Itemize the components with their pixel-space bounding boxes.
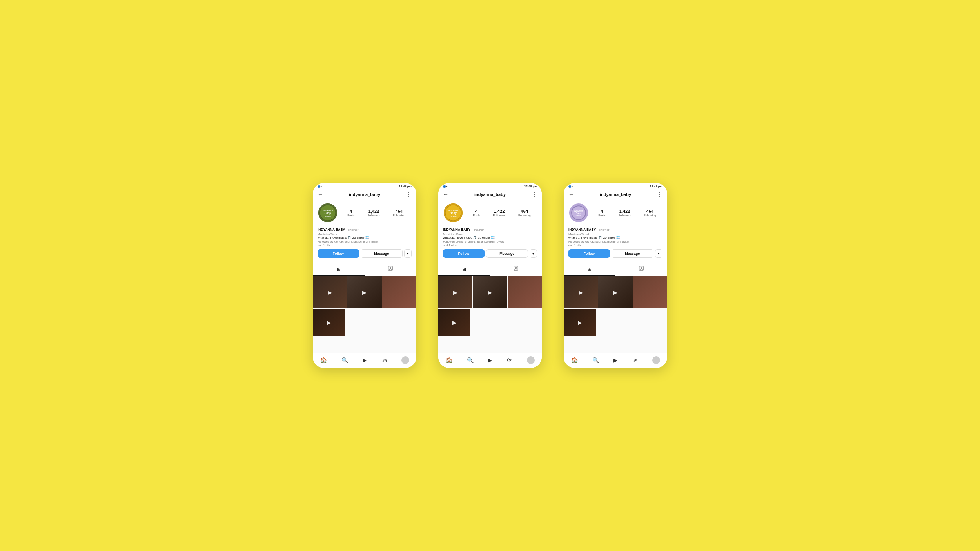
status-bar-2: 🔵✴ 12:48 pm	[438, 183, 542, 189]
status-icons-left: 🔵✴	[318, 185, 322, 188]
dropdown-button-3[interactable]: ▾	[655, 249, 662, 258]
grid-cell-3-1-2[interactable]: ▶	[598, 276, 632, 308]
stat-following-3[interactable]: 464 Following	[644, 209, 656, 217]
dropdown-button-2[interactable]: ▾	[530, 249, 537, 258]
stat-posts-3[interactable]: 4 Posts	[598, 209, 606, 217]
phone-1: 🔵✴ 12:48 pm ← indyanna_baby ⋮ INDYANNA B…	[313, 183, 416, 368]
grid-icon-2: ⊞	[462, 266, 466, 272]
follow-button-3[interactable]: Follow	[568, 249, 610, 258]
more-button-1[interactable]: ⋮	[406, 191, 412, 198]
play-icon-3-1-2: ▶	[613, 289, 617, 295]
bio-name-2: INDYANNA BABY	[443, 228, 470, 232]
nav-home-2[interactable]: 🏠	[443, 356, 456, 364]
followers-label-3: Followers	[618, 214, 631, 217]
nav-shop-1[interactable]: 🛍	[378, 356, 390, 364]
tab-tagged-3[interactable]	[615, 263, 667, 276]
follow-button-2[interactable]: Follow	[443, 249, 485, 258]
message-button-3[interactable]: Message	[612, 249, 654, 258]
grid-1: ▶ ▶ ▶	[313, 276, 416, 353]
bio-category-3: Musician/Band	[568, 232, 662, 236]
nav-reels-1[interactable]: ▶	[359, 356, 370, 364]
bio-followed-2: Followed by kat_orchard, justanothergirl…	[443, 240, 537, 247]
nav-home-1[interactable]: 🏠	[317, 356, 330, 364]
grid-cell-1-2[interactable]: ▶	[347, 276, 381, 308]
following-label-1: Following	[393, 214, 405, 217]
stat-followers-3[interactable]: 1,422 Followers	[618, 209, 631, 217]
bio-name-1: INDYANNA BABY	[318, 228, 345, 232]
stat-following-2[interactable]: 464 Following	[518, 209, 531, 217]
stat-followers-1[interactable]: 1,422 Followers	[367, 209, 380, 217]
nav-shop-3[interactable]: 🛍	[629, 356, 641, 364]
nav-profile-1[interactable]	[398, 355, 412, 365]
nav-reels-2[interactable]: ▶	[485, 356, 495, 364]
svg-text:VINTAGE: VINTAGE	[450, 215, 457, 217]
tabs-3: ⊞	[564, 263, 667, 276]
grid-cell-1-1[interactable]: ▶	[313, 276, 347, 308]
profile-header-1: INDYANNA Baby VINTAGE 4 Posts 1,422 Foll…	[318, 203, 412, 223]
following-count-2: 464	[521, 209, 528, 214]
phones-container: 🔵✴ 12:48 pm ← indyanna_baby ⋮ INDYANNA B…	[313, 183, 667, 368]
stat-following-1[interactable]: 464 Following	[393, 209, 405, 217]
grid-cell-3-1-1[interactable]: ▶	[564, 276, 598, 308]
message-button-1[interactable]: Message	[361, 249, 403, 258]
avatar-image-1: INDYANNA Baby VINTAGE	[318, 203, 337, 222]
bio-name-3: INDYANNA BABY	[568, 228, 596, 232]
back-button-1[interactable]: ←	[318, 191, 323, 198]
followers-count-1: 1,422	[368, 209, 379, 214]
svg-point-6	[390, 267, 391, 269]
grid-cell-2-2-1[interactable]: ▶	[438, 309, 470, 336]
bio-text-2: what up, i love music 🎵 25 enbie 🏳️‍⚧️	[443, 236, 537, 240]
nav-shop-2[interactable]: 🛍	[504, 356, 515, 364]
grid-cell-2-1[interactable]: ▶	[313, 309, 345, 336]
more-button-2[interactable]: ⋮	[532, 191, 537, 198]
back-button-3[interactable]: ←	[568, 191, 574, 198]
grid-cell-3-2-1[interactable]: ▶	[564, 309, 596, 336]
grid-3: ▶ ▶ ▶	[564, 276, 667, 353]
profile-section-3: INDYANNA Baby VINTAGE 4 Posts 1,422 Foll…	[564, 199, 667, 263]
status-bar-3: 🔵✴ 12:48 pm	[564, 183, 667, 189]
follow-button-1[interactable]: Follow	[318, 249, 359, 258]
stat-posts-2[interactable]: 4 Posts	[473, 209, 480, 217]
nav-search-3[interactable]: 🔍	[589, 356, 602, 364]
more-button-3[interactable]: ⋮	[657, 191, 662, 198]
stat-followers-2[interactable]: 1,422 Followers	[493, 209, 505, 217]
nav-home-3[interactable]: 🏠	[568, 356, 581, 364]
tab-tagged-2[interactable]	[490, 263, 542, 276]
message-button-2[interactable]: Message	[486, 249, 528, 258]
phone-2: 🔵✴ 12:48 pm ← indyanna_baby ⋮ INDYANNA B…	[438, 183, 542, 368]
bio-section-3: INDYANNA BABY she/her Musician/Band what…	[568, 225, 662, 247]
tab-tagged-1[interactable]	[365, 263, 416, 276]
avatar-2: INDYANNA Baby VINTAGE	[443, 203, 463, 223]
back-button-2[interactable]: ←	[443, 191, 448, 198]
following-label-2: Following	[518, 214, 531, 217]
status-bar-1: 🔵✴ 12:48 pm	[313, 183, 416, 189]
bio-text-1: what up, i love music 🎵 25 enbie 🏳️‍⚧️	[318, 236, 412, 240]
tab-grid-1[interactable]: ⊞	[313, 263, 365, 276]
play-icon-2-1-2: ▶	[488, 289, 492, 295]
bio-section-1: INDYANNA BABY she/her Musician/Band what…	[318, 225, 412, 247]
stat-posts-1[interactable]: 4 Posts	[347, 209, 355, 217]
nav-bar-1: ← indyanna_baby ⋮	[313, 189, 416, 199]
grid-cell-2-1-2[interactable]: ▶	[473, 276, 507, 308]
nav-profile-3[interactable]	[649, 355, 663, 365]
play-icon-1-1: ▶	[328, 289, 332, 295]
bottom-nav-1: 🏠 🔍 ▶ 🛍	[313, 353, 416, 368]
grid-cell-2-1-1[interactable]: ▶	[438, 276, 472, 308]
posts-label-3: Posts	[598, 214, 606, 217]
grid-cell-2-1-3[interactable]	[508, 276, 542, 308]
bio-followed-3: Followed by kat_orchard, justanothergirl…	[568, 240, 662, 247]
nav-search-2[interactable]: 🔍	[464, 356, 477, 364]
tab-grid-3[interactable]: ⊞	[564, 263, 615, 276]
play-icon-2-2-1: ▶	[452, 319, 457, 326]
avatar-image-2: INDYANNA Baby VINTAGE	[444, 203, 463, 222]
nav-profile-2[interactable]	[524, 355, 538, 365]
posts-count-2: 4	[475, 209, 478, 214]
stats-2: 4 Posts 1,422 Followers 464 Following	[466, 209, 537, 217]
grid-cell-1-3[interactable]	[382, 276, 416, 308]
nav-reels-3[interactable]: ▶	[610, 356, 621, 364]
posts-count-1: 4	[350, 209, 352, 214]
nav-search-1[interactable]: 🔍	[338, 356, 351, 364]
tab-grid-2[interactable]: ⊞	[438, 263, 490, 276]
grid-cell-3-1-3[interactable]	[633, 276, 667, 308]
dropdown-button-1[interactable]: ▾	[404, 249, 412, 258]
